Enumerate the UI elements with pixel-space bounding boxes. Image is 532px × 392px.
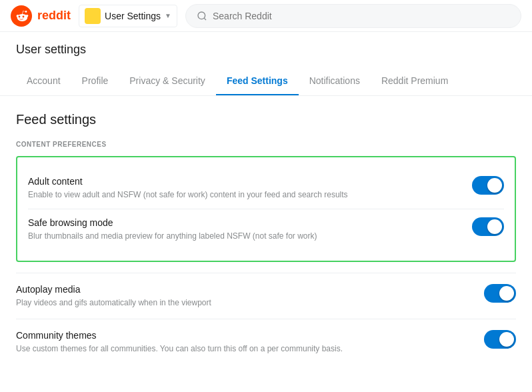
setting-row-safe-browsing: Safe browsing mode Blur thumbnails and m… [28,209,504,250]
search-input[interactable] [213,11,510,21]
safe-browsing-desc: Blur thumbnails and media preview for an… [28,231,456,242]
safe-browsing-slider [472,217,504,236]
page-header: User settings Account Profile Privacy & … [0,32,532,96]
tab-feed[interactable]: Feed Settings [216,67,299,95]
adult-content-desc: Enable to view adult and NSFW (not safe … [28,189,456,201]
svg-point-1 [19,15,21,17]
svg-point-5 [198,12,205,19]
adult-content-toggle[interactable] [472,176,504,195]
autoplay-slider [484,284,516,303]
reddit-icon [11,5,32,27]
main-content: Feed settings CONTENT PREFERENCES Adult … [0,96,532,381]
safe-browsing-toggle[interactable] [472,217,504,236]
search-bar[interactable] [185,4,521,28]
adult-content-info: Adult content Enable to view adult and N… [28,176,472,201]
autoplay-toggle[interactable] [484,284,516,303]
setting-row-community-themes: Community themes Use custom themes for a… [16,319,516,365]
search-icon [197,11,207,21]
reddit-wordmark: reddit [37,9,71,23]
chevron-down-icon: ▼ [165,12,171,19]
safe-browsing-name: Safe browsing mode [28,217,456,228]
svg-point-2 [23,15,25,17]
user-settings-icon: ⚙ [85,8,101,24]
reddit-logo[interactable]: reddit [11,5,71,27]
highlighted-settings-box: Adult content Enable to view adult and N… [16,156,516,262]
adult-content-slider [472,176,504,195]
setting-row-autoplay: Autoplay media Play videos and gifs auto… [16,273,516,319]
safe-browsing-info: Safe browsing mode Blur thumbnails and m… [28,217,472,242]
adult-content-name: Adult content [28,176,456,187]
autoplay-info: Autoplay media Play videos and gifs auto… [16,284,484,309]
user-settings-button[interactable]: ⚙ User Settings ▼ [79,5,177,27]
community-themes-toggle[interactable] [484,330,516,349]
tabs-nav: Account Profile Privacy & Security Feed … [16,67,516,95]
community-themes-info: Community themes Use custom themes for a… [16,330,484,355]
community-themes-name: Community themes [16,330,468,341]
top-nav: reddit ⚙ User Settings ▼ [0,0,532,32]
tab-account[interactable]: Account [16,67,71,95]
section-title: Feed settings [16,112,516,127]
svg-line-6 [204,18,206,20]
autoplay-name: Autoplay media [16,284,468,295]
section-label: CONTENT PREFERENCES [16,141,516,148]
page-title: User settings [16,43,516,57]
autoplay-desc: Play videos and gifs automatically when … [16,297,468,309]
tab-premium[interactable]: Reddit Premium [371,67,459,95]
community-themes-slider [484,330,516,349]
community-themes-desc: Use custom themes for all communities. Y… [16,343,468,355]
setting-row-adult-content: Adult content Enable to view adult and N… [28,168,504,209]
tab-privacy[interactable]: Privacy & Security [119,67,216,95]
user-settings-label: User Settings [105,11,161,21]
svg-rect-3 [85,8,101,24]
tab-notifications[interactable]: Notifications [299,67,371,95]
tab-profile[interactable]: Profile [71,67,119,95]
